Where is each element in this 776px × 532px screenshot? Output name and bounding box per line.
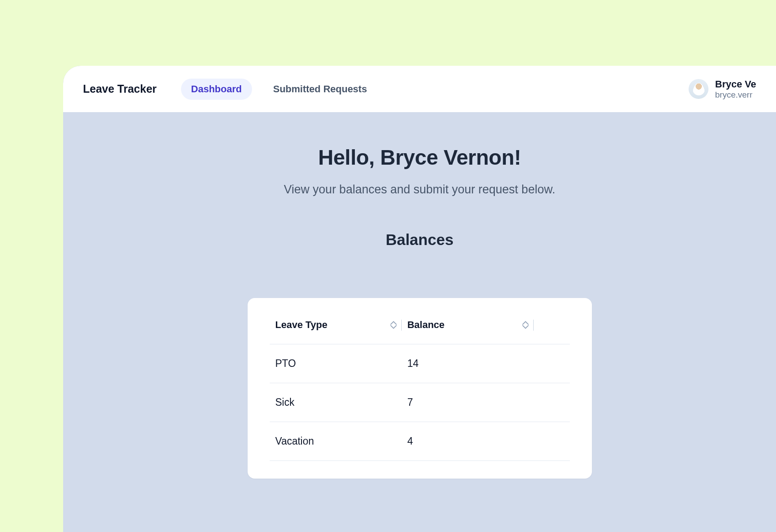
nav: Dashboard Submitted Requests xyxy=(181,79,377,100)
brand-title: Leave Tracker xyxy=(83,83,157,95)
sort-icon[interactable] xyxy=(390,321,397,329)
column-header-balance[interactable]: Balance xyxy=(402,319,534,344)
cell-leave-type: Vacation xyxy=(270,422,402,461)
cell-empty xyxy=(534,422,570,461)
content: Hello, Bryce Vernon! View your balances … xyxy=(63,112,776,479)
cell-leave-type: PTO xyxy=(270,344,402,383)
header: Leave Tracker Dashboard Submitted Reques… xyxy=(63,66,776,112)
user-email: bryce.verr xyxy=(715,90,756,100)
nav-dashboard[interactable]: Dashboard xyxy=(181,79,252,100)
nav-submitted-requests[interactable]: Submitted Requests xyxy=(263,79,377,100)
app-container: Leave Tracker Dashboard Submitted Reques… xyxy=(63,66,776,532)
avatar xyxy=(689,79,708,99)
cell-empty xyxy=(534,344,570,383)
cell-leave-type: Sick xyxy=(270,383,402,422)
cell-balance: 7 xyxy=(402,383,534,422)
user-info[interactable]: Bryce Ve bryce.verr xyxy=(689,79,756,100)
column-header-label: Leave Type xyxy=(270,319,328,331)
user-name: Bryce Ve xyxy=(715,79,756,90)
table-row: Vacation 4 xyxy=(270,422,570,461)
balances-card: Leave Type xyxy=(248,298,592,479)
table-header-row: Leave Type xyxy=(270,319,570,344)
balances-title: Balances xyxy=(63,231,776,249)
column-header-label: Balance xyxy=(402,319,445,331)
sort-icon[interactable] xyxy=(522,321,529,329)
balances-table: Leave Type xyxy=(270,319,570,461)
column-header-leave-type[interactable]: Leave Type xyxy=(270,319,402,344)
user-text: Bryce Ve bryce.verr xyxy=(715,79,756,100)
table-row: PTO 14 xyxy=(270,344,570,383)
greeting: Hello, Bryce Vernon! xyxy=(63,145,776,170)
cell-balance: 4 xyxy=(402,422,534,461)
column-header-empty xyxy=(534,319,570,344)
cell-balance: 14 xyxy=(402,344,534,383)
table-row: Sick 7 xyxy=(270,383,570,422)
subtitle: View your balances and submit your reque… xyxy=(63,183,776,196)
cell-empty xyxy=(534,383,570,422)
avatar-icon xyxy=(693,83,705,95)
